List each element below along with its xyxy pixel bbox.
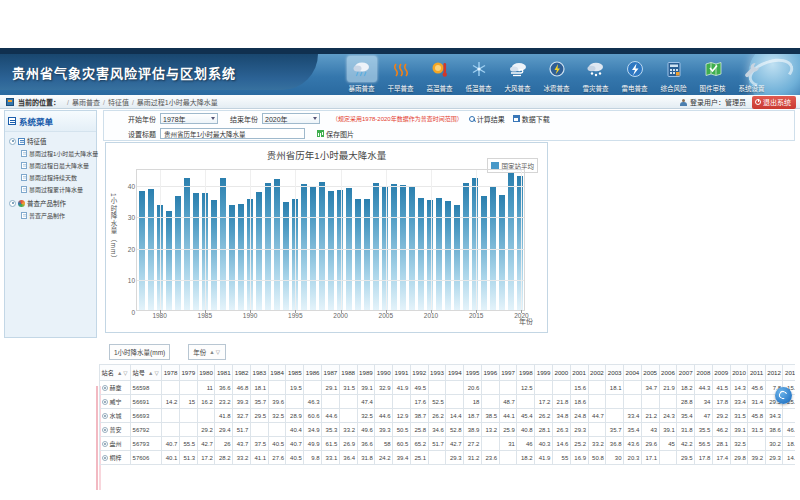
bar-1998[interactable] [319, 182, 325, 310]
bar-1988[interactable] [229, 205, 235, 310]
data-download-button[interactable]: 数据下载 [513, 114, 550, 124]
col-header-year-2012[interactable]: 2012 [765, 365, 783, 381]
col-header-year-2000[interactable]: 2000 [552, 365, 570, 381]
nav-item-图件审核[interactable]: 图件审核 [693, 56, 732, 93]
col-header-station-id[interactable]: 站号▲▽ [131, 365, 162, 381]
col-header-year-2013[interactable]: 2013 [783, 365, 795, 381]
col-header-year-1985[interactable]: 1985 [286, 365, 304, 381]
col-header-year-1982[interactable]: 1982 [233, 365, 251, 381]
col-header-year-2008[interactable]: 2008 [695, 365, 713, 381]
radio-icon[interactable] [102, 455, 108, 461]
col-header-station[interactable]: 站名▲▽ [100, 365, 131, 381]
col-header-year-2002[interactable]: 2002 [588, 365, 606, 381]
col-header-year-1993[interactable]: 1993 [428, 365, 446, 381]
bar-1978[interactable] [139, 191, 145, 310]
sidebar-group-特征值[interactable]: 特征值 [9, 136, 96, 146]
sidebar-item-暴雨过程累计降水量[interactable]: 暴雨过程累计降水量 [21, 185, 96, 194]
logout-button[interactable]: 退出系统 [752, 96, 796, 109]
radio-icon[interactable] [102, 385, 108, 391]
sidebar-item-暴雨过程1小时最大降水量[interactable]: 暴雨过程1小时最大降水量 [21, 149, 96, 158]
col-header-year-1999[interactable]: 1999 [535, 365, 553, 381]
bar-1999[interactable] [328, 191, 334, 310]
sidebar-group-普查产品制作[interactable]: 普查产品制作 [9, 198, 96, 208]
bar-2000[interactable] [337, 190, 343, 310]
col-header-year-1984[interactable]: 1984 [268, 365, 286, 381]
bar-1991[interactable] [256, 192, 262, 310]
station-name-cell[interactable]: 桐梓 [100, 451, 131, 465]
bar-1996[interactable] [301, 184, 307, 310]
col-header-year-1997[interactable]: 1997 [499, 365, 517, 381]
expand-icon[interactable] [9, 200, 16, 207]
col-header-year-1995[interactable]: 1995 [464, 365, 482, 381]
bar-1989[interactable] [238, 204, 244, 310]
breadcrumb-item[interactable]: 暴雨普查 [72, 99, 100, 106]
bar-1982[interactable] [175, 196, 181, 310]
nav-item-高温普查[interactable]: 高温普查 [420, 56, 459, 93]
save-image-button[interactable]: 保存图片 [317, 129, 354, 139]
chart-title-input[interactable] [160, 128, 305, 139]
bar-2019[interactable] [508, 173, 514, 310]
col-header-year-1990[interactable]: 1990 [375, 365, 393, 381]
nav-item-暴雨普查[interactable]: 暴雨普查 [342, 56, 381, 93]
col-header-year-2010[interactable]: 2010 [730, 365, 748, 381]
bar-2002[interactable] [355, 199, 361, 310]
col-header-year-2001[interactable]: 2001 [570, 365, 588, 381]
bar-2011[interactable] [436, 198, 442, 310]
nav-item-系统设置[interactable]: 系统设置 [732, 56, 771, 93]
nav-item-干旱普查[interactable]: 干旱普查 [381, 56, 420, 93]
col-header-year-1996[interactable]: 1996 [481, 365, 499, 381]
col-header-year-2011[interactable]: 2011 [748, 365, 765, 381]
col-header-year-1983[interactable]: 1983 [250, 365, 268, 381]
nav-item-雪灾普查[interactable]: 雪灾普查 [576, 56, 615, 93]
bar-2004[interactable] [373, 183, 379, 310]
station-name-cell[interactable]: 威宁 [100, 395, 131, 409]
breadcrumb-item[interactable]: 暴雨过程1小时最大降水量 [137, 99, 218, 106]
bar-2014[interactable] [463, 183, 469, 310]
floating-widget-icon[interactable] [775, 387, 792, 404]
col-header-year-1986[interactable]: 1986 [304, 365, 322, 381]
col-header-year-1981[interactable]: 1981 [215, 365, 233, 381]
radio-icon[interactable] [102, 441, 108, 447]
col-header-year-2004[interactable]: 2004 [624, 365, 642, 381]
col-header-year-2003[interactable]: 2003 [606, 365, 624, 381]
bar-1993[interactable] [274, 179, 280, 310]
station-name-cell[interactable]: 盘州 [100, 437, 131, 451]
bar-1992[interactable] [265, 183, 271, 310]
nav-item-雷电普查[interactable]: 雷电普查 [615, 56, 654, 93]
station-name-cell[interactable]: 水城 [100, 409, 131, 423]
nav-item-低温普查[interactable]: 低温普查 [459, 56, 498, 93]
col-header-year-1998[interactable]: 1998 [517, 365, 535, 381]
nav-item-综合风险[interactable]: 综合风险 [654, 56, 693, 93]
col-header-year-1978[interactable]: 1978 [162, 365, 180, 381]
bar-2009[interactable] [418, 198, 424, 310]
nav-item-大风普查[interactable]: 大风普查 [498, 56, 537, 93]
col-header-year-2006[interactable]: 2006 [659, 365, 677, 381]
bar-2006[interactable] [391, 184, 397, 310]
bar-2003[interactable] [364, 199, 370, 310]
end-year-select[interactable]: 2020年 [262, 113, 320, 124]
col-header-year-1979[interactable]: 1979 [179, 365, 197, 381]
sidebar-item-暴雨过程持续天数[interactable]: 暴雨过程持续天数 [21, 173, 96, 182]
col-header-year-2007[interactable]: 2007 [677, 365, 695, 381]
bar-1981[interactable] [166, 211, 172, 310]
nav-item-冰雹普查[interactable]: 冰雹普查 [537, 56, 576, 93]
breadcrumb-item[interactable]: 特征值 [108, 99, 129, 106]
bar-2007[interactable] [400, 185, 406, 310]
col-header-year-1989[interactable]: 1989 [357, 365, 375, 381]
sidebar-item-暴雨过程日最大降水量[interactable]: 暴雨过程日最大降水量 [21, 161, 96, 170]
col-header-year-1980[interactable]: 1980 [197, 365, 215, 381]
bar-1983[interactable] [184, 178, 190, 310]
start-year-select[interactable]: 1978年 [160, 113, 218, 124]
bar-2018[interactable] [499, 195, 505, 310]
measure-sort-control[interactable]: 1小时降水量(mm) [109, 344, 170, 360]
radio-icon[interactable] [102, 427, 108, 433]
radio-icon[interactable] [102, 399, 108, 405]
bar-2016[interactable] [481, 196, 487, 310]
bar-1984[interactable] [193, 193, 199, 310]
bar-2013[interactable] [454, 205, 460, 310]
station-name-cell[interactable]: 赫章 [100, 381, 131, 395]
bar-1987[interactable] [220, 178, 226, 310]
radio-icon[interactable] [102, 413, 108, 419]
calc-result-button[interactable]: 计算结果 [469, 114, 505, 124]
sidebar-item-普查产品制作[interactable]: 普查产品制作 [21, 211, 96, 220]
